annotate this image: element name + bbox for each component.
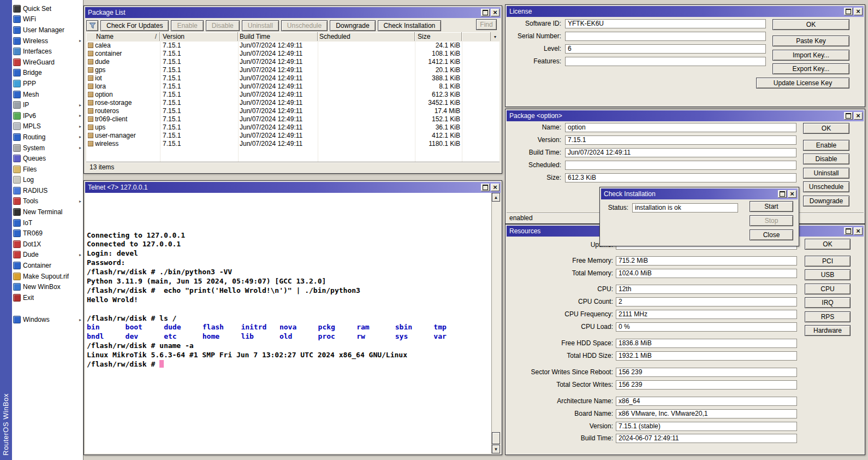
close-button[interactable]: Close bbox=[750, 229, 793, 240]
ok-button[interactable]: OK bbox=[803, 123, 849, 134]
serial-number-field[interactable] bbox=[565, 32, 766, 41]
sidebar-item-tr069[interactable]: TR069 bbox=[12, 228, 83, 239]
free-hdd-space-field[interactable]: 1836.8 MiB bbox=[616, 339, 797, 348]
scheduled-field[interactable] bbox=[565, 161, 796, 170]
hardware-button[interactable]: Hardware bbox=[805, 325, 851, 336]
license-titlebar[interactable]: License bbox=[507, 6, 864, 17]
sidebar-item-wifi[interactable]: WiFi bbox=[12, 14, 83, 25]
filter-button[interactable] bbox=[86, 20, 98, 31]
scrollbar[interactable] bbox=[491, 193, 501, 453]
ok-button[interactable]: OK bbox=[772, 19, 849, 30]
cpu-frequency-field[interactable]: 2111 MHz bbox=[616, 310, 797, 319]
export-key-button[interactable]: Export Key... bbox=[772, 63, 849, 74]
size-field[interactable]: 612.3 KiB bbox=[565, 173, 796, 182]
downgrade-button[interactable]: Downgrade bbox=[330, 20, 375, 31]
level-field[interactable]: 6 bbox=[565, 44, 766, 54]
sidebar-item-make-supout-rif[interactable]: Make Supout.rif bbox=[12, 271, 83, 282]
scroll-up-icon[interactable] bbox=[492, 193, 500, 202]
check-for-updates-button[interactable]: Check For Updates bbox=[100, 20, 169, 31]
pci-button[interactable]: PCI bbox=[805, 256, 851, 267]
unschedule-button[interactable]: Unschedule bbox=[281, 20, 328, 31]
build-time-field[interactable]: Jun/07/2024 12:49:11 bbox=[565, 148, 796, 157]
sidebar-item-ppp[interactable]: PPP bbox=[12, 78, 83, 89]
table-row[interactable]: container7.15.1Jun/07/2024 12:49:11108.1… bbox=[86, 50, 500, 58]
architecture-name-field[interactable]: x86_64 bbox=[616, 397, 797, 406]
check-installation-titlebar[interactable]: Check Installation bbox=[601, 188, 798, 199]
table-row[interactable]: iot7.15.1Jun/07/2024 12:49:11388.1 KiB bbox=[86, 74, 500, 82]
sidebar-item-mesh[interactable]: Mesh bbox=[12, 89, 83, 100]
sidebar-item-system[interactable]: System bbox=[12, 143, 83, 154]
sidebar-item-files[interactable]: Files bbox=[12, 164, 83, 175]
column-header-build_time[interactable]: Build Time bbox=[238, 32, 318, 41]
table-row[interactable]: lora7.15.1Jun/07/2024 12:49:118.1 KiB bbox=[86, 82, 500, 91]
check-installation-button[interactable]: Check Installation bbox=[378, 20, 442, 31]
close-icon[interactable] bbox=[788, 190, 796, 198]
column-header-version[interactable]: Version bbox=[160, 32, 238, 41]
close-icon[interactable] bbox=[854, 112, 863, 120]
table-row[interactable]: tr069-client7.15.1Jun/07/2024 12:49:1115… bbox=[86, 115, 500, 123]
table-row[interactable]: wireless7.15.1Jun/07/2024 12:49:111180.1… bbox=[86, 140, 500, 148]
sidebar-item-interfaces[interactable]: Interfaces bbox=[12, 46, 83, 57]
irq-button[interactable]: IRQ bbox=[805, 297, 851, 308]
sidebar-item-mpls[interactable]: MPLS bbox=[12, 121, 83, 132]
package-list-titlebar[interactable]: Package List bbox=[85, 7, 501, 18]
table-row[interactable]: calea7.15.1Jun/07/2024 12:49:1124.1 KiB bbox=[86, 42, 500, 50]
column-header-size[interactable]: Size bbox=[415, 32, 462, 41]
build-time-field[interactable]: 2024-06-07 12:49:11 bbox=[616, 434, 797, 443]
free-memory-field[interactable]: 715.2 MiB bbox=[616, 256, 797, 266]
total-memory-field[interactable]: 1024.0 MiB bbox=[616, 269, 797, 278]
status-field[interactable]: installation is ok bbox=[632, 203, 738, 213]
disable-button[interactable]: Disable bbox=[206, 20, 240, 31]
sidebar-item-bridge[interactable]: Bridge bbox=[12, 68, 83, 79]
stop-button[interactable]: Stop bbox=[750, 215, 793, 226]
name-field[interactable]: option bbox=[565, 123, 796, 132]
board-name-field[interactable]: x86 VMware, Inc. VMware20,1 bbox=[616, 409, 797, 418]
cpu-count-field[interactable]: 2 bbox=[616, 297, 797, 306]
sidebar-item-windows[interactable]: Windows bbox=[12, 315, 83, 326]
sidebar-item-queues[interactable]: Queues bbox=[12, 153, 83, 164]
import-key-button[interactable]: Import Key... bbox=[772, 50, 849, 61]
terminal[interactable]: Connecting to 127.0.0.1Connected to 127.… bbox=[85, 193, 501, 453]
maximize-icon[interactable] bbox=[778, 190, 787, 198]
version-field[interactable]: 7.15.1 bbox=[565, 135, 796, 145]
column-header-name[interactable]: /Name bbox=[86, 32, 160, 41]
maximize-icon[interactable] bbox=[844, 8, 853, 15]
table-row[interactable]: ups7.15.1Jun/07/2024 12:49:1136.1 KiB bbox=[86, 123, 500, 132]
ok-button[interactable]: OK bbox=[805, 239, 851, 250]
sidebar-item-routing[interactable]: Routing bbox=[12, 132, 83, 143]
downgrade-button[interactable]: Downgrade bbox=[803, 196, 849, 207]
cpu-button[interactable]: CPU bbox=[805, 284, 851, 294]
unschedule-button[interactable]: Unschedule bbox=[803, 181, 849, 192]
rps-button[interactable]: RPS bbox=[805, 311, 851, 322]
sidebar-item-new-terminal[interactable]: New Terminal bbox=[12, 207, 83, 217]
update-license-key-button[interactable]: Update License Key bbox=[756, 78, 849, 89]
usb-button[interactable]: USB bbox=[805, 269, 851, 280]
table-row[interactable]: routeros7.15.1Jun/07/2024 12:49:1117.4 M… bbox=[86, 107, 500, 115]
table-row[interactable]: user-manager7.15.1Jun/07/2024 12:49:1141… bbox=[86, 132, 500, 140]
sidebar-item-wireless[interactable]: Wireless bbox=[12, 36, 83, 46]
column-header-scheduled[interactable]: Scheduled bbox=[318, 32, 415, 41]
enable-button[interactable]: Enable bbox=[171, 20, 203, 31]
start-button[interactable]: Start bbox=[750, 201, 793, 212]
sidebar-item-dot1x[interactable]: Dot1X bbox=[12, 239, 83, 250]
sidebar-item-tools[interactable]: Tools bbox=[12, 196, 83, 207]
sidebar-item-ipv6[interactable]: IPv6 bbox=[12, 110, 83, 121]
sidebar-item-radius[interactable]: RADIUS bbox=[12, 185, 83, 196]
table-row[interactable]: gps7.15.1Jun/07/2024 12:49:1120.1 KiB bbox=[86, 66, 500, 74]
cpu-load-field[interactable]: 0 % bbox=[616, 322, 797, 332]
sidebar-item-log[interactable]: Log bbox=[12, 175, 83, 186]
version-field[interactable]: 7.15.1 (stable) bbox=[616, 422, 797, 431]
table-row[interactable]: dude7.15.1Jun/07/2024 12:49:111412.1 KiB bbox=[86, 58, 500, 66]
maximize-icon[interactable] bbox=[481, 184, 490, 191]
sidebar-item-exit[interactable]: Exit bbox=[12, 292, 83, 303]
table-row[interactable]: rose-storage7.15.1Jun/07/2024 12:49:1134… bbox=[86, 99, 500, 107]
scroll-thumb[interactable] bbox=[492, 432, 500, 444]
sidebar-item-user-manager[interactable]: User Manager bbox=[12, 25, 83, 36]
telnet-titlebar[interactable]: Telnet <7> 127.0.0.1 bbox=[85, 182, 501, 193]
enable-button[interactable]: Enable bbox=[803, 140, 849, 151]
sidebar-item-quick-set[interactable]: Quick Set bbox=[12, 3, 83, 14]
paste-key-button[interactable]: Paste Key bbox=[772, 36, 849, 46]
software-id-field[interactable]: YFTK-EK6U bbox=[565, 19, 766, 28]
features-field[interactable] bbox=[565, 57, 766, 66]
sector-writes-since-reboot-field[interactable]: 156 239 bbox=[616, 368, 797, 377]
